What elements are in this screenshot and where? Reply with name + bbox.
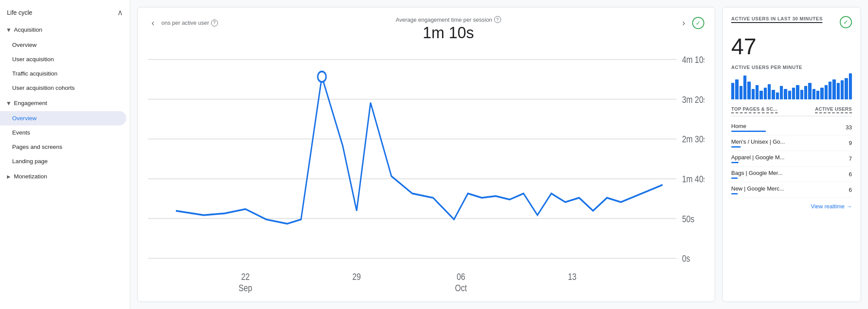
monetization-bullet: ▸ [7, 172, 10, 181]
page-name-cell: Apparel | Google M... [731, 154, 785, 163]
bar-item [837, 83, 840, 99]
svg-text:22: 22 [241, 271, 250, 282]
bar-item [808, 83, 811, 99]
sidebar-item-user-acquisition-cohorts[interactable]: User acquisition cohorts [0, 81, 126, 95]
bar-item [780, 86, 783, 99]
list-item: Home33 [731, 120, 852, 135]
overview-acq-label: Overview [12, 42, 36, 48]
page-rows: Home33Men's / Unisex | Go...9Apparel | G… [731, 120, 852, 198]
bar-item [812, 89, 815, 99]
chart-peak-dot [318, 72, 326, 82]
metric1-section: ons per active user ? [162, 20, 218, 26]
svg-text:13: 13 [568, 271, 577, 282]
sidebar-item-pages-screens[interactable]: Pages and screens [0, 140, 126, 154]
view-realtime-link[interactable]: View realtime → [731, 203, 852, 210]
page-count-cell: 33 [846, 124, 852, 131]
bar-item [796, 85, 799, 99]
bar-item [788, 91, 791, 99]
sidebar-item-engagement[interactable]: ▾ Engagement [0, 95, 130, 111]
page-count-cell: 6 [849, 171, 852, 178]
page-name-cell: Home [731, 123, 766, 132]
rt-subtitle: ACTIVE USERS PER MINUTE [731, 65, 852, 70]
chart-area: 4m 10s 3m 20s 2m 30s 1m 40s 50s 0s 22 Se… [148, 51, 704, 293]
page-bar [731, 146, 741, 148]
svg-text:3m 20s: 3m 20s [682, 94, 704, 105]
rt-value: 47 [731, 33, 852, 59]
acquisition-bullet: ▾ [7, 26, 10, 34]
page-bar [731, 162, 739, 163]
lifecycle-chevron: ∧ [117, 8, 123, 17]
sidebar-item-acquisition[interactable]: ▾ Acquisition [0, 22, 130, 38]
list-item: New | Google Merc...6 [731, 182, 852, 198]
chart-header: ‹ ons per active user ? Average engageme… [148, 16, 704, 42]
page-bar [731, 193, 738, 194]
svg-text:Sep: Sep [239, 283, 252, 293]
page-name-cell: Bags | Google Mer... [731, 170, 782, 179]
active-users-bar-chart [731, 73, 852, 99]
bar-item [845, 78, 848, 99]
traffic-acquisition-label: Traffic acquisition [12, 70, 57, 77]
arrow-icon: → [846, 203, 852, 210]
bar-item [804, 86, 807, 99]
bar-item [776, 92, 779, 99]
bar-item [759, 91, 762, 99]
list-item: Men's / Unisex | Go...9 [731, 135, 852, 151]
page-name-cell: New | Google Merc... [731, 185, 784, 194]
bar-item [800, 90, 803, 99]
bar-item [784, 89, 787, 99]
sidebar: Life cycle ∧ ▾ Acquisition Overview User… [0, 0, 130, 309]
overview-eng-label: Overview [12, 115, 36, 122]
page-bar [731, 178, 738, 179]
chart-next-button[interactable]: › [679, 16, 689, 30]
bar-item [828, 82, 832, 99]
lifecycle-section[interactable]: Life cycle ∧ [0, 3, 130, 22]
acquisition-label: Acquisition [14, 26, 42, 33]
bar-item [816, 91, 819, 99]
sidebar-item-events[interactable]: Events [0, 125, 126, 140]
svg-text:29: 29 [353, 271, 361, 282]
bar-item [731, 83, 734, 99]
metric1-help-icon[interactable]: ? [211, 20, 218, 26]
bar-item [739, 86, 743, 99]
svg-text:0s: 0s [682, 253, 690, 263]
bar-item [820, 88, 823, 99]
landing-page-label: Landing page [12, 158, 48, 164]
top-pages-header: TOP PAGES & SC... ACTIVE USERS [731, 106, 852, 116]
sidebar-item-user-acquisition[interactable]: User acquisition [0, 52, 126, 66]
metric1-label: ons per active user ? [162, 20, 218, 26]
chart-svg: 4m 10s 3m 20s 2m 30s 1m 40s 50s 0s 22 Se… [148, 51, 704, 293]
top-pages-col2-label: ACTIVE USERS [815, 106, 852, 113]
svg-text:Oct: Oct [455, 283, 467, 293]
events-label: Events [12, 129, 30, 136]
sidebar-item-overview-eng[interactable]: Overview [0, 111, 126, 125]
lifecycle-label: Life cycle [7, 9, 32, 16]
main-content: ‹ ons per active user ? Average engageme… [130, 0, 868, 309]
bar-item [849, 73, 852, 99]
rt-title: ACTIVE USERS IN LAST 30 MINUTES [731, 16, 822, 23]
realtime-card: ACTIVE USERS IN LAST 30 MINUTES ✓ 47 ACT… [722, 7, 861, 302]
user-acquisition-label: User acquisition [12, 56, 54, 62]
sidebar-item-landing-page[interactable]: Landing page [0, 154, 126, 168]
user-acquisition-cohorts-label: User acquisition cohorts [12, 85, 75, 91]
chart-prev-button[interactable]: ‹ [148, 16, 158, 30]
metric2-help-icon[interactable]: ? [494, 16, 501, 23]
list-item: Bags | Google Mer...6 [731, 167, 852, 182]
page-count-cell: 7 [849, 155, 852, 162]
sidebar-item-overview-acq[interactable]: Overview [0, 38, 126, 52]
top-pages-col1-label: TOP PAGES & SC... [731, 106, 778, 113]
chart-card: ‹ ons per active user ? Average engageme… [137, 7, 715, 302]
engagement-label: Engagement [14, 100, 47, 106]
svg-text:4m 10s: 4m 10s [682, 54, 704, 65]
bar-item [825, 85, 828, 99]
sidebar-item-traffic-acquisition[interactable]: Traffic acquisition [0, 66, 126, 81]
rt-header: ACTIVE USERS IN LAST 30 MINUTES ✓ [731, 16, 852, 28]
sidebar-item-monetization[interactable]: ▸ Monetization [0, 168, 130, 184]
page-count-cell: 9 [849, 140, 852, 146]
list-item: Apparel | Google M...7 [731, 151, 852, 167]
bar-item [841, 80, 844, 99]
bar-item [756, 85, 759, 99]
pages-screens-label: Pages and screens [12, 144, 63, 150]
engagement-bullet: ▾ [7, 99, 10, 107]
page-count-cell: 6 [849, 187, 852, 193]
metric2-label: Average engagement time per session ? [396, 16, 501, 23]
